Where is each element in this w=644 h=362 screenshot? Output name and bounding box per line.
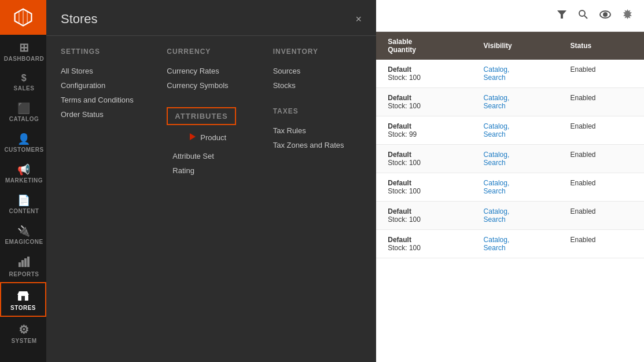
terms-conditions-link[interactable]: Terms and Conditions — [61, 93, 149, 107]
attributes-box: Attributes — [167, 107, 235, 125]
svg-line-8 — [584, 16, 587, 19]
visibility-link[interactable]: Catalog, — [484, 179, 510, 187]
currency-section-title: Currency — [167, 47, 255, 56]
stores-dropdown: Stores × Settings All Stores Configurati… — [46, 0, 376, 362]
red-arrow-icon — [172, 131, 196, 144]
search-icon[interactable] — [578, 9, 588, 22]
catalog-icon: ⬛ — [17, 103, 31, 114]
cell-status: Enabled — [564, 60, 645, 88]
stores-inventory-col: Inventory Sources Stocks Taxes Tax Rules… — [273, 47, 362, 350]
svg-rect-5 — [21, 296, 25, 301]
svg-rect-2 — [24, 258, 27, 267]
sidebar-item-dashboard[interactable]: ⊞ DASHBOARD — [0, 35, 46, 67]
svg-marker-6 — [557, 10, 566, 19]
cell-status: Enabled — [564, 230, 645, 258]
cell-visibility: Catalog,Search — [477, 202, 564, 230]
logo[interactable] — [0, 0, 46, 35]
sidebar-item-stores[interactable]: STORES — [0, 282, 46, 317]
col-visibility: Visibility — [477, 32, 564, 60]
attributes-items: Product Attribute Set Rating — [167, 131, 255, 178]
stores-settings-col: Settings All Stores Configuration Terms … — [61, 47, 149, 350]
inventory-section-title: Inventory — [273, 47, 362, 56]
taxes-section-title: Taxes — [273, 107, 362, 115]
visibility-link[interactable]: Catalog, — [484, 65, 510, 74]
customers-icon: 👤 — [17, 134, 31, 144]
sidebar-item-customers[interactable]: 👤 CUSTOMERS — [0, 127, 46, 158]
cell-status: Enabled — [564, 145, 645, 173]
cell-visibility: Catalog,Search — [477, 88, 564, 116]
sidebar-item-reports[interactable]: REPORTS — [0, 250, 46, 282]
currency-rates-link[interactable]: Currency Rates — [167, 64, 255, 78]
stores-icon — [17, 290, 30, 302]
sidebar-item-catalog[interactable]: ⬛ CATALOG — [0, 96, 46, 127]
cell-salable: DefaultStock: 100 — [381, 230, 476, 258]
stores-title: Stores — [61, 12, 98, 27]
cell-salable: DefaultStock: 100 — [381, 202, 476, 230]
visibility-link[interactable]: Catalog, — [484, 236, 510, 244]
cell-status: Enabled — [564, 88, 645, 116]
cell-visibility: Catalog,Search — [477, 60, 564, 88]
svg-rect-3 — [27, 257, 30, 267]
svg-marker-12 — [172, 133, 196, 140]
cell-visibility: Catalog,Search — [477, 116, 564, 145]
tax-zones-link[interactable]: Tax Zones and Rates — [273, 138, 362, 152]
sidebar-item-system[interactable]: ⚙ SYSTEM — [0, 317, 46, 349]
svg-point-7 — [579, 10, 585, 16]
sources-link[interactable]: Sources — [273, 64, 362, 78]
cell-salable: DefaultStock: 100 — [381, 60, 476, 88]
svg-point-10 — [603, 13, 607, 16]
cell-salable: DefaultStock: 99 — [381, 116, 476, 145]
col-salable: SalableQuantity — [381, 32, 476, 60]
main-area: ibute Set SKU Price Quantity SalableQuan… — [46, 0, 644, 362]
cell-salable: DefaultStock: 100 — [381, 145, 476, 173]
settings-icon[interactable] — [623, 9, 632, 22]
sidebar-item-emagicone[interactable]: 🔌 EMAGICONE — [0, 219, 46, 250]
configuration-link[interactable]: Configuration — [61, 78, 149, 93]
cell-status: Enabled — [564, 116, 645, 145]
visibility-link[interactable]: Catalog, — [484, 207, 510, 215]
currency-symbols-link[interactable]: Currency Symbols — [167, 78, 255, 93]
product-link[interactable]: Product — [200, 133, 226, 142]
cell-visibility: Catalog,Search — [477, 145, 564, 173]
cell-visibility: Catalog,Search — [477, 173, 564, 202]
col-status: Status — [564, 32, 645, 60]
taxes-divider: Taxes Tax Rules Tax Zones and Rates — [273, 107, 362, 152]
cell-status: Enabled — [564, 202, 645, 230]
cell-visibility: Catalog,Search — [477, 230, 564, 258]
sidebar-item-marketing[interactable]: 📢 MARKETING — [0, 158, 46, 188]
stores-body: Settings All Stores Configuration Terms … — [46, 36, 376, 362]
cell-salable: DefaultStock: 100 — [381, 173, 476, 202]
all-stores-link[interactable]: All Stores — [61, 64, 149, 78]
tax-rules-link[interactable]: Tax Rules — [273, 123, 362, 138]
settings-section-title: Settings — [61, 47, 149, 56]
svg-rect-1 — [21, 260, 24, 267]
visibility-icon[interactable] — [599, 10, 611, 21]
content-icon: 📄 — [17, 195, 31, 206]
system-icon: ⚙ — [19, 324, 30, 335]
visibility-link[interactable]: Catalog, — [484, 94, 510, 102]
visibility-link[interactable]: Catalog, — [484, 151, 510, 159]
marketing-icon: 📢 — [17, 164, 31, 175]
rating-link[interactable]: Rating — [172, 163, 255, 178]
svg-rect-0 — [19, 262, 21, 267]
sidebar: ⊞ DASHBOARD $ SALES ⬛ CATALOG 👤 CUSTOMER… — [0, 0, 46, 362]
sidebar-item-sales[interactable]: $ SALES — [0, 67, 46, 96]
product-arrow-row: Product — [172, 131, 255, 144]
cell-status: Enabled — [564, 173, 645, 202]
stocks-link[interactable]: Stocks — [273, 78, 362, 93]
attributes-divider: Attributes Product Attribute Set Rating — [167, 107, 255, 178]
order-status-link[interactable]: Order Status — [61, 107, 149, 122]
sidebar-item-content[interactable]: 📄 CONTENT — [0, 188, 46, 219]
emagicone-icon: 🔌 — [17, 226, 31, 236]
stores-currency-col: Currency Currency Rates Currency Symbols… — [167, 47, 255, 350]
sales-icon: $ — [21, 74, 27, 83]
attribute-set-link[interactable]: Attribute Set — [172, 149, 255, 163]
stores-close-button[interactable]: × — [355, 14, 362, 24]
reports-icon — [19, 257, 30, 269]
cell-salable: DefaultStock: 100 — [381, 88, 476, 116]
dashboard-icon: ⊞ — [19, 42, 30, 53]
stores-header: Stores × — [46, 0, 376, 36]
visibility-link[interactable]: Catalog, — [484, 122, 510, 130]
filter-icon[interactable] — [557, 10, 566, 21]
